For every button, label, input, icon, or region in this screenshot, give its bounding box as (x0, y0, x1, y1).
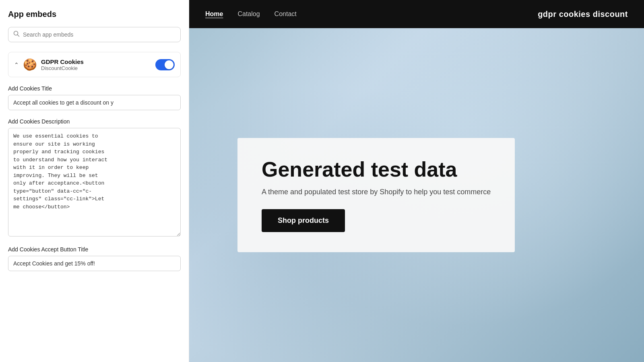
svg-line-1 (18, 35, 19, 37)
app-embed-info: GDPR Cookies DiscountCookie (41, 58, 84, 71)
cookies-accept-input[interactable] (8, 256, 181, 271)
hero-card: Generated test data A theme and populate… (237, 138, 515, 252)
nav-link-home[interactable]: Home (205, 10, 223, 18)
app-name: GDPR Cookies (41, 58, 84, 65)
cookies-desc-group: Add Cookies Description (8, 118, 181, 238)
store-brand: gdpr cookies discount (538, 10, 628, 19)
app-icon: 🍪 (23, 58, 37, 71)
cookies-desc-textarea[interactable] (8, 128, 181, 237)
search-icon (13, 31, 20, 39)
cookies-title-input[interactable] (8, 95, 181, 110)
store-nav-links: Home Catalog Contact (205, 10, 297, 18)
cookies-accept-label: Add Cookies Accept Button Title (8, 246, 181, 253)
panel-title: App embeds (8, 10, 181, 19)
right-panel: Home Catalog Contact gdpr cookies discou… (189, 0, 644, 362)
hero-title: Generated test data (262, 158, 491, 181)
cookies-accept-group: Add Cookies Accept Button Title (8, 246, 181, 271)
app-sub: DiscountCookie (41, 65, 84, 71)
store-nav: Home Catalog Contact gdpr cookies discou… (189, 0, 644, 28)
left-panel: App embeds ⌃ 🍪 GDPR Cookies DiscountCook… (0, 0, 189, 362)
toggle-track[interactable] (155, 59, 175, 70)
nav-link-catalog[interactable]: Catalog (237, 10, 260, 18)
app-embed-item: ⌃ 🍪 GDPR Cookies DiscountCookie (8, 52, 181, 77)
chevron-up-icon[interactable]: ⌃ (14, 62, 19, 68)
nav-link-contact[interactable]: Contact (275, 10, 297, 18)
hero-description: A theme and populated test store by Shop… (262, 188, 491, 196)
app-embed-header: ⌃ 🍪 GDPR Cookies DiscountCookie (14, 58, 175, 71)
cookies-title-label: Add Cookies Title (8, 85, 181, 92)
app-embed-left: ⌃ 🍪 GDPR Cookies DiscountCookie (14, 58, 84, 71)
toggle-thumb (165, 60, 173, 69)
hero-area: Generated test data A theme and populate… (189, 28, 644, 362)
cookies-title-group: Add Cookies Title (8, 85, 181, 110)
cookies-desc-label: Add Cookies Description (8, 118, 181, 125)
toggle-switch[interactable] (155, 59, 175, 70)
search-input[interactable] (23, 31, 175, 38)
search-box (8, 27, 181, 42)
shop-products-button[interactable]: Shop products (262, 209, 345, 232)
